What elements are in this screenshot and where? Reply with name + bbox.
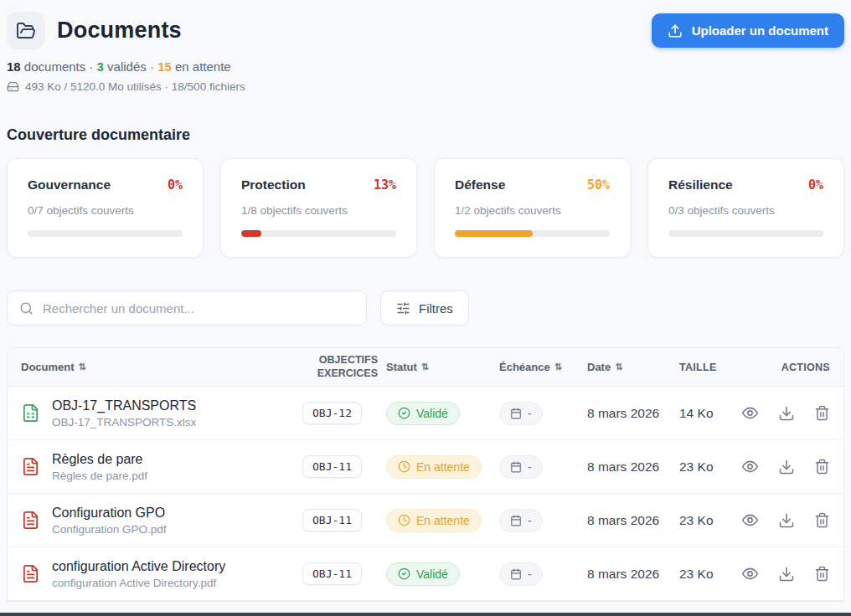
document-title: OBJ-17_TRANSPORTS [52, 398, 196, 413]
view-button[interactable] [741, 511, 759, 529]
column-header-document[interactable]: Document ⇅ [21, 361, 302, 373]
table-row[interactable]: Règles de pare Règles de pare.pdf OBJ-11… [8, 440, 843, 494]
card-name: Gouvernance [28, 177, 111, 192]
document-filename: OBJ-17_TRANSPORTS.xlsx [52, 416, 196, 429]
validated-label: validés · [107, 59, 154, 74]
view-button[interactable] [741, 565, 759, 583]
card-percent: 0% [808, 177, 823, 192]
delete-button[interactable] [814, 405, 830, 421]
card-name: Défense [455, 177, 505, 192]
file-type-icon [21, 403, 40, 423]
window-bottom-edge [0, 613, 851, 616]
objective-badge: OBJ-12 [302, 402, 362, 424]
upload-document-button[interactable]: Uploader un document [652, 13, 844, 48]
view-button[interactable] [741, 404, 759, 422]
due-date-value: - [528, 407, 532, 420]
pending-count: 15 [157, 59, 172, 74]
card-subtitle: 1/2 objectifs couverts [455, 204, 610, 217]
card-subtitle: 1/8 objectifs couverts [241, 204, 396, 217]
table-row[interactable]: Configuration GPO Configuration GPO.pdf … [8, 494, 843, 547]
filters-label: Filtres [419, 301, 453, 316]
card-name: Protection [241, 177, 306, 192]
status-badge: Validé [386, 562, 460, 586]
download-button[interactable] [778, 405, 795, 422]
delete-button[interactable] [814, 566, 830, 582]
documents-toolbar: Filtres [7, 290, 844, 326]
page-header: Documents Uploader un document [7, 12, 844, 49]
upload-button-label: Uploader un document [692, 23, 828, 38]
total-label: documents · [24, 59, 94, 74]
download-button[interactable] [778, 459, 795, 475]
validated-count: 3 [97, 59, 104, 74]
column-header-objectifs: OBJECTIFS EXERCICES [302, 354, 386, 380]
sort-icon: ⇅ [554, 362, 562, 372]
search-box[interactable] [7, 290, 367, 326]
due-date-value: - [528, 567, 532, 581]
document-size: 23 Ko [679, 513, 738, 528]
due-date-pill: - [499, 402, 543, 425]
column-header-echeance[interactable]: Échéance ⇅ [499, 361, 587, 373]
sort-icon: ⇅ [79, 362, 86, 372]
table-body: OBJ-17_TRANSPORTS OBJ-17_TRANSPORTS.xlsx… [8, 387, 843, 601]
file-type-icon [21, 457, 40, 476]
card-percent: 0% [168, 177, 183, 192]
card-name: Résilience [668, 177, 733, 192]
check-circle-icon [398, 407, 410, 419]
due-date-value: - [528, 514, 532, 527]
delete-button[interactable] [814, 459, 830, 475]
column-header-taille: TAILLE [679, 362, 738, 373]
calendar-icon [510, 408, 522, 419]
pending-label: en attente [175, 59, 231, 74]
header-left: Documents [7, 12, 182, 49]
coverage-section-title: Couverture documentaire [7, 126, 844, 144]
document-size: 14 Ko [679, 406, 738, 421]
upload-icon [668, 23, 683, 38]
search-input[interactable] [43, 301, 354, 316]
document-filename: configuration Active Directory.pdf [52, 577, 225, 589]
document-filename: Règles de pare.pdf [52, 470, 147, 482]
status-label: En attente [416, 514, 470, 527]
sort-icon: ⇅ [421, 362, 429, 372]
filters-button[interactable]: Filtres [380, 290, 469, 326]
document-title: configuration Active Directory [52, 559, 225, 574]
column-header-date[interactable]: Date ⇅ [587, 361, 679, 373]
status-badge: En attente [386, 455, 482, 479]
folder-open-icon [7, 12, 44, 49]
storage-text: 493 Ko / 5120.0 Mo utilisés · 18/500 fic… [25, 80, 245, 93]
table-row[interactable]: configuration Active Directory configura… [8, 547, 843, 601]
column-header-statut[interactable]: Statut ⇅ [386, 361, 499, 373]
objective-badge: OBJ-11 [302, 509, 362, 531]
document-date: 8 mars 2026 [587, 513, 679, 528]
document-size: 23 Ko [679, 567, 738, 582]
progress-track [668, 230, 823, 237]
coverage-card-defense: Défense 50% 1/2 objectifs couverts [434, 158, 631, 258]
download-button[interactable] [778, 566, 795, 583]
calendar-icon [510, 568, 522, 580]
check-circle-icon [398, 567, 410, 580]
documents-stats: 18 documents · 3 validés · 15 en attente [7, 59, 844, 74]
sort-icon: ⇅ [615, 362, 622, 372]
status-label: Validé [416, 407, 448, 420]
documents-page: Documents Uploader un document 18 docume… [0, 0, 851, 602]
page-title: Documents [57, 18, 182, 44]
status-label: En attente [416, 460, 470, 474]
status-label: Validé [416, 567, 448, 581]
view-button[interactable] [741, 458, 759, 475]
documents-table: Document ⇅ OBJECTIFS EXERCICES Statut ⇅ … [7, 347, 844, 602]
delete-button[interactable] [814, 512, 830, 528]
sliders-icon [396, 301, 410, 316]
calendar-icon [510, 515, 522, 526]
card-subtitle: 0/7 objectifs couverts [28, 204, 183, 217]
table-header-row: Document ⇅ OBJECTIFS EXERCICES Statut ⇅ … [8, 348, 843, 387]
download-button[interactable] [778, 512, 795, 529]
table-row[interactable]: OBJ-17_TRANSPORTS OBJ-17_TRANSPORTS.xlsx… [8, 387, 843, 440]
due-date-pill: - [499, 562, 543, 586]
document-date: 8 mars 2026 [587, 406, 679, 421]
progress-fill [455, 230, 533, 237]
document-title: Règles de pare [52, 452, 147, 467]
card-subtitle: 0/3 objectifs couverts [668, 204, 823, 217]
objective-badge: OBJ-11 [302, 562, 362, 585]
calendar-icon [510, 461, 522, 473]
due-date-pill: - [499, 455, 543, 479]
document-date: 8 mars 2026 [587, 459, 679, 475]
